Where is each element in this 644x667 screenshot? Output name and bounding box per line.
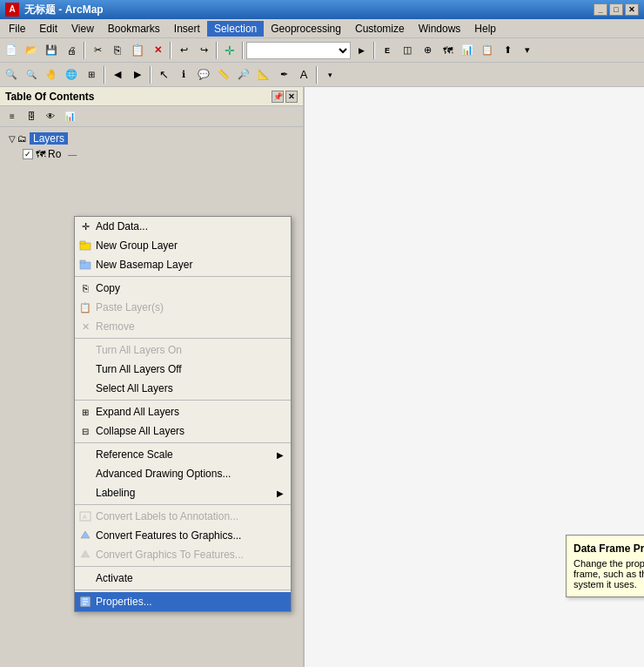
- redo-button[interactable]: ↪: [194, 41, 213, 60]
- cut-button[interactable]: ✂: [88, 41, 107, 60]
- tooltip-description: Change the properties of this data frame…: [574, 558, 644, 590]
- chart-btn[interactable]: 📊: [458, 41, 477, 60]
- add-data-icon: ✛: [78, 219, 92, 233]
- more-btn[interactable]: ▾: [518, 41, 537, 60]
- export-btn[interactable]: ⬆: [498, 41, 517, 60]
- separator-t1: [104, 66, 105, 84]
- open-button[interactable]: 📂: [22, 41, 41, 60]
- cm-turn-all-off[interactable]: Turn All Layers Off: [75, 360, 291, 379]
- menu-customize[interactable]: Customize: [348, 21, 412, 37]
- toolbar-standard: 📄 📂 💾 🖨 ✂ ⎘ 📋 ✕ ↩ ↪ ✛ ▶ E ◫ ⊕ 🗺 📊 📋 ⬆ ▾: [0, 38, 644, 63]
- toc-analyze-button[interactable]: 📊: [61, 109, 78, 125]
- graphics-icon: [78, 548, 92, 562]
- window-controls: _ □ ✕: [594, 3, 639, 16]
- cm-new-basemap-layer[interactable]: New Basemap Layer: [75, 255, 291, 274]
- cm-add-data-label: Add Data...: [96, 220, 148, 232]
- maximize-button[interactable]: □: [609, 3, 623, 16]
- menu-windows[interactable]: Windows: [412, 21, 468, 37]
- cm-activate[interactable]: Activate: [75, 569, 291, 588]
- menu-bookmarks[interactable]: Bookmarks: [101, 21, 167, 37]
- back-button[interactable]: ◀: [108, 65, 127, 84]
- paste-button[interactable]: 📋: [128, 41, 147, 60]
- minimize-button[interactable]: _: [594, 3, 607, 16]
- menu-view[interactable]: View: [64, 21, 101, 37]
- toc-header: Table Of Contents 📌 ✕: [0, 87, 303, 106]
- cm-properties[interactable]: Properties...: [75, 592, 291, 611]
- separator-5: [373, 42, 375, 59]
- tooltip-box: Data Frame Properties Change the propert…: [566, 535, 644, 597]
- save-button[interactable]: 💾: [42, 41, 61, 60]
- menu-help[interactable]: Help: [467, 21, 503, 37]
- cm-labeling[interactable]: Labeling ▶: [75, 483, 291, 502]
- geo-button[interactable]: ⊕: [418, 41, 437, 60]
- cm-advanced-drawing[interactable]: Advanced Drawing Options...: [75, 464, 291, 483]
- annotation-icon: A: [78, 509, 92, 523]
- table-btn[interactable]: 📋: [478, 41, 497, 60]
- menu-edit[interactable]: Edit: [32, 21, 64, 37]
- scale-dropdown[interactable]: [246, 42, 351, 59]
- menu-insert[interactable]: Insert: [167, 21, 207, 37]
- cm-copy[interactable]: ⎘ Copy: [75, 279, 291, 298]
- collapse-icon: ⊟: [78, 424, 92, 438]
- cm-remove-label: Remove: [96, 320, 135, 333]
- cm-new-group-layer[interactable]: New Group Layer: [75, 236, 291, 255]
- cm-collapse-all[interactable]: ⊟ Collapse All Layers: [75, 421, 291, 441]
- globe-button[interactable]: 🌐: [62, 65, 81, 84]
- cm-convert-features[interactable]: Convert Features to Graphics...: [75, 526, 291, 545]
- toolbar-tools: 🔍 🔍 🤚 🌐 ⊞ ◀ ▶ ↖ ℹ 💬 📏 🔎 📐 ✒ A ▾: [0, 63, 644, 87]
- identify-button[interactable]: ℹ: [174, 65, 193, 84]
- print-button[interactable]: 🖨: [62, 41, 81, 60]
- close-button[interactable]: ✕: [625, 3, 639, 16]
- new-button[interactable]: 📄: [2, 41, 21, 60]
- toc-source-button[interactable]: 🗄: [23, 109, 40, 125]
- cm-paste-label: Paste Layer(s): [96, 301, 164, 313]
- cm-select-all[interactable]: Select All Layers: [75, 379, 291, 398]
- layer-checkbox[interactable]: ✓: [23, 149, 33, 159]
- cm-expand-all[interactable]: ⊞ Expand All Layers: [75, 402, 291, 421]
- layers-label[interactable]: Layers: [30, 132, 68, 145]
- map-btn[interactable]: 🗺: [438, 41, 457, 60]
- menu-file[interactable]: File: [2, 21, 32, 37]
- cm-add-data[interactable]: ✛ Add Data...: [75, 217, 291, 236]
- main-area: Table Of Contents 📌 ✕ ≡ 🗄 👁 📊 ▽ 🗂 Layers…: [0, 87, 644, 667]
- menu-geoprocessing[interactable]: Geoprocessing: [264, 21, 348, 37]
- copy-button[interactable]: ⎘: [108, 41, 127, 60]
- measure-button[interactable]: 📏: [214, 65, 233, 84]
- zoom-out-button[interactable]: 🔍: [22, 65, 41, 84]
- context-menu: ✛ Add Data... New Group Layer New Basema…: [74, 216, 292, 612]
- toggle-button[interactable]: ◫: [398, 41, 417, 60]
- find-button[interactable]: 🔎: [234, 65, 253, 84]
- hyperlink-button[interactable]: 💬: [194, 65, 213, 84]
- add-data-button[interactable]: ✛: [220, 41, 239, 60]
- toc-close-button[interactable]: ✕: [285, 91, 298, 103]
- pan-button[interactable]: 🤚: [42, 65, 61, 84]
- zoom-in-button[interactable]: 🔍: [2, 65, 21, 84]
- cm-reference-scale[interactable]: Reference Scale ▶: [75, 445, 291, 464]
- basemap-layer-icon: [78, 258, 92, 272]
- toc-list-button[interactable]: ≡: [3, 109, 21, 125]
- toc-pin-button[interactable]: 📌: [272, 91, 284, 103]
- title-bar: A 无标题 - ArcMap _ □ ✕: [0, 0, 644, 19]
- tools-dropdown[interactable]: ▾: [320, 65, 339, 84]
- layers-node[interactable]: ▽ 🗂 Layers: [2, 131, 301, 146]
- window-title: 无标题 - ArcMap: [24, 3, 104, 17]
- scale-go-button[interactable]: ▶: [352, 41, 371, 60]
- editor-button[interactable]: E: [378, 41, 397, 60]
- undo-button[interactable]: ↩: [174, 41, 193, 60]
- extent-button[interactable]: ⊞: [82, 65, 101, 84]
- toc-display-button[interactable]: 👁: [42, 109, 59, 125]
- cm-copy-label: Copy: [96, 282, 120, 294]
- select-button[interactable]: ↖: [154, 65, 173, 84]
- cm-select-all-label: Select All Layers: [96, 382, 173, 394]
- separator-t2: [150, 66, 151, 84]
- delete-button[interactable]: ✕: [148, 41, 167, 60]
- layers-expand-icon[interactable]: ▽: [9, 134, 16, 144]
- cm-properties-label: Properties...: [96, 596, 152, 608]
- layer-icon: 🗺: [36, 149, 45, 159]
- annotation-button[interactable]: A: [294, 65, 313, 84]
- route-button[interactable]: 📐: [254, 65, 273, 84]
- graphics-button[interactable]: ✒: [274, 65, 293, 84]
- forward-button[interactable]: ▶: [128, 65, 147, 84]
- menu-selection[interactable]: Selection: [207, 21, 264, 37]
- separator-4: [242, 42, 244, 59]
